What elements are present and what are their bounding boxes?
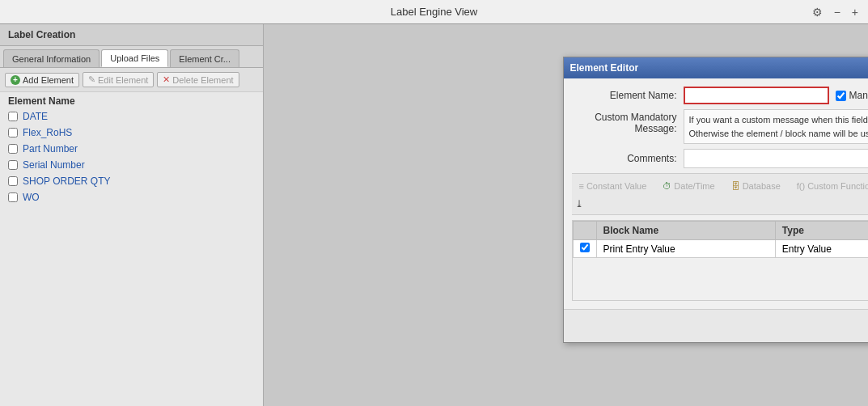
- constant-value-button[interactable]: ≡ Constant Value: [572, 178, 654, 194]
- constant-icon: ≡: [579, 181, 584, 191]
- tab-row: General Information Upload Files Element…: [0, 46, 263, 68]
- element-list: DATE Flex_RoHS Part Number Serial Number…: [0, 108, 263, 406]
- edit-element-button[interactable]: ✎ Edit Element: [83, 72, 154, 87]
- element-name-label: Element Name:: [572, 90, 677, 101]
- action-row: + Add Element ✎ Edit Element ✕ Delete El…: [0, 68, 263, 92]
- modal-overlay: Element Editor ✕ Element Name: Mandatory: [527, 49, 868, 406]
- list-item[interactable]: WO: [0, 189, 263, 205]
- right-area: Element Editor ✕ Element Name: Mandatory: [264, 24, 868, 406]
- toolbar-row: ≡ Constant Value ⏱ Date/Time 🗄 Database: [572, 173, 869, 215]
- tab-upload[interactable]: Upload Files: [101, 49, 168, 67]
- list-item[interactable]: Serial Number: [0, 157, 263, 173]
- delete-icon: ✕: [163, 74, 170, 85]
- block-table: Block Name Type Block Modifiers: [573, 221, 869, 258]
- main-layout: Label Creation General Information Uploa…: [0, 24, 868, 406]
- mandatory-checkbox-label[interactable]: Mandatory: [836, 90, 869, 101]
- element-name-input[interactable]: [684, 87, 829, 104]
- row-checkbox[interactable]: [580, 243, 590, 252]
- add-icon: +: [11, 75, 20, 85]
- element-checkbox[interactable]: [8, 160, 18, 170]
- tab-general[interactable]: General Information: [3, 49, 100, 67]
- comments-label: Comments:: [572, 153, 677, 164]
- custom-msg-text: If you want a custom message when this f…: [684, 109, 869, 144]
- row-checkbox-cell: [573, 240, 596, 258]
- list-item[interactable]: Part Number: [0, 141, 263, 157]
- add-element-button[interactable]: + Add Element: [5, 73, 79, 87]
- modal-title-bar: Element Editor ✕: [564, 57, 869, 78]
- modal-body: Element Name: Mandatory Entry Point: [564, 78, 869, 309]
- custom-msg-row: Custom MandatoryMessage: If you want a c…: [572, 109, 869, 144]
- element-list-header: Element Name: [0, 92, 263, 108]
- custom-msg-label: Custom MandatoryMessage:: [572, 109, 677, 134]
- element-editor-modal: Element Editor ✕ Element Name: Mandatory: [563, 57, 869, 343]
- edit-icon: ✎: [88, 74, 95, 85]
- datetime-icon: ⏱: [663, 181, 671, 191]
- title-bar: Label Engine View ⚙ − +: [0, 0, 868, 24]
- element-checkbox[interactable]: [8, 144, 18, 154]
- list-item[interactable]: DATE: [0, 108, 263, 125]
- element-checkbox[interactable]: [8, 128, 18, 137]
- checkbox-group: Mandatory Entry Point: [836, 90, 869, 101]
- element-name-row: Element Name: Mandatory Entry Point: [572, 87, 869, 104]
- modal-title: Element Editor: [570, 62, 639, 74]
- col-checkbox: [573, 222, 596, 240]
- custom-function-button[interactable]: f() Custom Function: [790, 178, 868, 194]
- col-type: Type: [775, 222, 868, 240]
- list-item[interactable]: Flex_RoHS: [0, 125, 263, 141]
- date-time-button[interactable]: ⏱ Date/Time: [655, 178, 722, 194]
- delete-element-button[interactable]: ✕ Delete Element: [157, 72, 239, 87]
- row-type: Entry Value: [775, 240, 868, 258]
- app-title: Label Engine View: [391, 6, 477, 18]
- tab-element[interactable]: Element Cr...: [170, 49, 239, 67]
- element-checkbox[interactable]: [8, 176, 18, 186]
- minimize-btn[interactable]: −: [831, 4, 844, 20]
- col-block-name: Block Name: [596, 222, 775, 240]
- row-block-name: Print Entry Value: [596, 240, 775, 258]
- window-controls: ⚙ − +: [809, 4, 862, 20]
- comments-row: Comments:: [572, 149, 869, 168]
- settings-btn[interactable]: ⚙: [809, 4, 826, 20]
- element-checkbox[interactable]: [8, 192, 18, 202]
- mandatory-checkbox[interactable]: [836, 91, 846, 101]
- comments-input[interactable]: [684, 149, 869, 168]
- database-icon: 🗄: [731, 181, 740, 191]
- function-icon: f(): [797, 181, 805, 191]
- move-bottom-button[interactable]: ⤓: [572, 197, 586, 211]
- modal-footer: Save Close: [564, 309, 869, 342]
- block-table-container: Block Name Type Block Modifiers: [572, 220, 869, 301]
- maximize-btn[interactable]: +: [849, 4, 862, 20]
- database-button[interactable]: 🗄 Database: [724, 178, 788, 194]
- left-panel-header: Label Creation: [0, 24, 263, 46]
- table-row[interactable]: Print Entry Value Entry Value: [573, 240, 868, 258]
- list-item[interactable]: SHOP ORDER QTY: [0, 173, 263, 189]
- left-panel: Label Creation General Information Uploa…: [0, 24, 264, 406]
- element-checkbox[interactable]: [8, 112, 18, 121]
